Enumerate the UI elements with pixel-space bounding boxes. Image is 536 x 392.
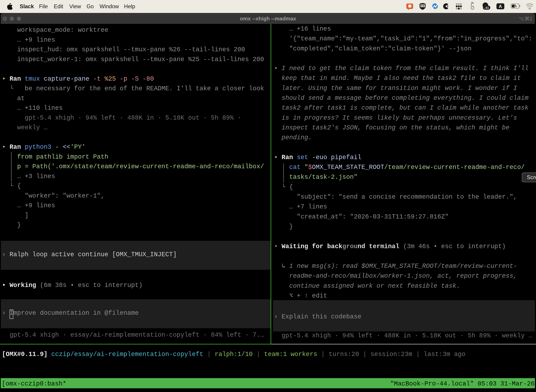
svg-text:..61: ..61 — [484, 6, 489, 9]
svg-text:A: A — [499, 4, 502, 9]
